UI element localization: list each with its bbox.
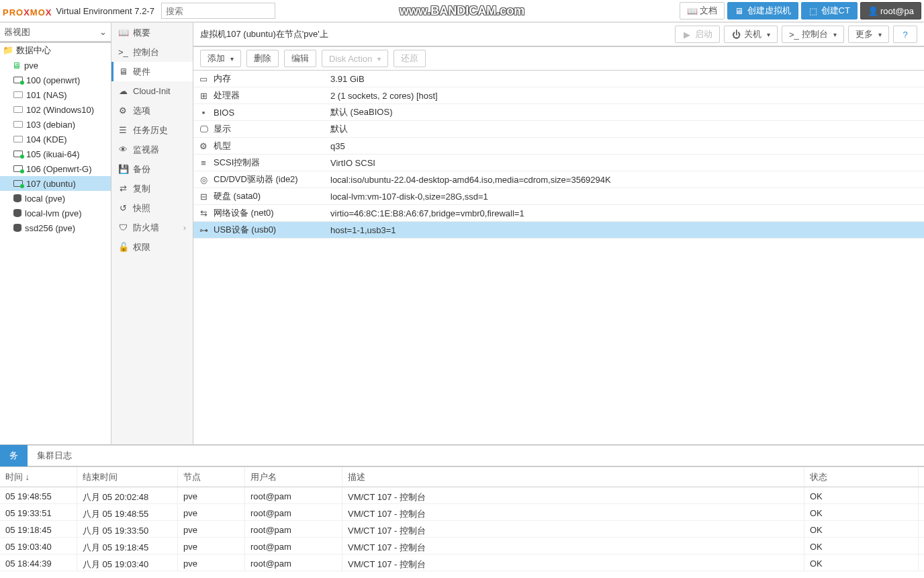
log-end: 八月 05 19:18:45 [77,538,178,554]
hw-label: 硬盘 (sata0) [214,190,328,202]
log-row[interactable]: 05 19:48:55八月 05 20:02:48pveroot@pamVM/C… [0,487,924,504]
create-vm-button[interactable]: 🖥创建虚拟机 [727,2,798,19]
search-input[interactable] [161,3,275,19]
tree-vm-107[interactable]: 107 (ubuntu) [0,176,111,191]
logo: PROXMOX [3,3,52,19]
log-row[interactable]: 05 19:33:51八月 05 19:48:55pveroot@pamVM/C… [0,504,924,521]
col-status[interactable]: 状态 [804,467,919,487]
revert-button[interactable]: 还原 [394,50,426,67]
hw-label: 网络设备 (net0) [214,207,328,219]
cpu-icon: ⊞ [193,91,214,101]
sync-icon: ⇄ [118,183,128,194]
content-panel: 虚拟机107 (ubuntu)在节点'pve'上 ▶启动 ⏻关机▾ >_控制台▾… [193,23,924,444]
log-tab-tasks[interactable]: 务 [0,445,28,466]
add-button[interactable]: 添加▾ [200,50,241,67]
log-desc: VM/CT 107 - 控制台 [342,538,804,554]
log-tab-cluster[interactable]: 集群日志 [28,445,81,466]
tree-storage-0[interactable]: local (pve) [0,191,111,206]
hw-label: SCSI控制器 [214,157,328,169]
tree-vm-104[interactable]: 104 (KDE) [0,132,111,147]
tree-vm-label: 101 (NAS) [26,90,67,100]
tree-vm-102[interactable]: 102 (Windows10) [0,102,111,117]
vm-nav-panel: 📖概要>_控制台🖥硬件☁Cloud-Init⚙选项☰任务历史👁监视器💾备份⇄复制… [111,23,193,444]
hw-row-bios[interactable]: ▪BIOS默认 (SeaBIOS) [193,104,924,121]
tree-vm-106[interactable]: 106 (Openwrt-G) [0,161,111,176]
nav-display[interactable]: 🖥硬件 [111,62,193,81]
vm-icon [13,121,23,128]
scsi-icon: ≡ [193,158,214,168]
tree-vm-100[interactable]: 100 (openwrt) [0,73,111,87]
mem-icon: ▭ [193,74,214,84]
edit-button[interactable]: 编辑 [284,50,316,67]
col-start-time[interactable]: 时间 ↓ [0,467,77,487]
nav-history[interactable]: ↺快照 [111,198,193,218]
nav-gear[interactable]: ⚙选项 [111,101,193,120]
hw-row-disp[interactable]: 🖵显示默认 [193,121,924,138]
nav-terminal[interactable]: >_控制台 [111,42,193,62]
tree-storage-1[interactable]: local-lvm (pve) [0,206,111,220]
hw-label: 处理器 [214,89,328,101]
tree-datacenter[interactable]: 📁 数据中心 [0,43,111,58]
col-user[interactable]: 用户名 [245,467,342,487]
col-desc[interactable]: 描述 [342,467,804,487]
terminal-icon: >_ [789,30,798,40]
hw-row-net[interactable]: ⇆网络设备 (net0)virtio=46:8C:1E:B8:A6:67,bri… [193,205,924,222]
nav-eye[interactable]: 👁监视器 [111,140,193,159]
start-button[interactable]: ▶启动 [675,26,720,43]
log-row[interactable]: 05 19:03:40八月 05 19:18:45pveroot@pamVM/C… [0,538,924,554]
hw-row-cpu[interactable]: ⊞处理器2 (1 sockets, 2 cores) [host] [193,87,924,104]
tree-node-pve[interactable]: 🖥 pve [0,58,111,73]
log-status: OK [804,504,919,520]
chevron-right-icon: › [183,222,186,233]
tree-vm-101[interactable]: 101 (NAS) [0,87,111,102]
hw-row-mem[interactable]: ▭内存3.91 GiB [193,71,924,87]
hw-row-cd[interactable]: ◎CD/DVD驱动器 (ide2)local:iso/ubuntu-22.04-… [193,171,924,188]
nav-list[interactable]: ☰任务历史 [111,120,193,140]
top-bar: PROXMOX Virtual Environment 7.2-7 www.BA… [0,0,924,23]
log-status: OK [804,554,919,571]
display-icon: 🖥 [735,6,744,16]
hw-row-hdd[interactable]: ⊟硬盘 (sata0)local-lvm:vm-107-disk-0,size=… [193,188,924,205]
log-desc: VM/CT 107 - 控制台 [342,521,804,537]
tree-vm-105[interactable]: 105 (ikuai-64) [0,147,111,161]
hw-row-scsi[interactable]: ≡SCSI控制器VirtIO SCSI [193,155,924,171]
shutdown-button[interactable]: ⏻关机▾ [724,26,778,43]
console-button[interactable]: >_控制台▾ [782,26,844,43]
help-button[interactable]: ? [893,26,917,43]
log-desc: VM/CT 107 - 控制台 [342,504,804,520]
chevron-down-icon: ▾ [833,31,837,38]
log-node: pve [178,521,245,537]
terminal-icon: >_ [118,47,128,57]
hw-row-usb[interactable]: ⊶USB设备 (usb0)host=1-1,usb3=1 [193,222,924,239]
vm-icon [13,180,23,187]
more-button[interactable]: 更多▾ [848,26,889,43]
tree-vm-103[interactable]: 103 (debian) [0,117,111,132]
remove-button[interactable]: 删除 [246,50,279,67]
nav-shield[interactable]: 🛡防火墙› [111,218,193,237]
nav-sync[interactable]: ⇄复制 [111,179,193,198]
user-button[interactable]: 👤root@pa [860,2,921,19]
tree-view-selector[interactable]: 器视图⌄ [0,23,111,43]
log-start: 05 19:18:45 [0,521,77,537]
hw-value: VirtIO SCSI [328,158,924,168]
hardware-toolbar: 添加▾ 删除 编辑 Disk Action▾ 还原 [193,47,924,71]
col-node[interactable]: 节点 [178,467,245,487]
tree-vm-label: 106 (Openwrt-G) [26,164,92,174]
col-end-time[interactable]: 结束时间 [77,467,178,487]
database-icon [13,194,21,202]
tree-storage-2[interactable]: ssd256 (pve) [0,220,111,235]
log-user: root@pam [245,538,342,554]
docs-button[interactable]: 📖文档 [680,2,725,19]
nav-lock[interactable]: 🔓权限 [111,237,193,257]
nav-book[interactable]: 📖概要 [111,23,193,42]
nav-save[interactable]: 💾备份 [111,159,193,179]
nav-cloud[interactable]: ☁Cloud-Init [111,81,193,101]
log-row[interactable]: 05 19:18:45八月 05 19:33:50pveroot@pamVM/C… [0,521,924,538]
log-row[interactable]: 05 18:44:39八月 05 19:03:40pveroot@pamVM/C… [0,554,924,571]
create-ct-button[interactable]: ⬚创建CT [801,2,858,19]
disp-icon: 🖵 [193,124,214,134]
vm-icon [13,165,23,172]
hw-row-mach[interactable]: ⚙机型q35 [193,138,924,155]
disk-action-button[interactable]: Disk Action▾ [322,50,388,67]
database-icon [13,209,21,217]
